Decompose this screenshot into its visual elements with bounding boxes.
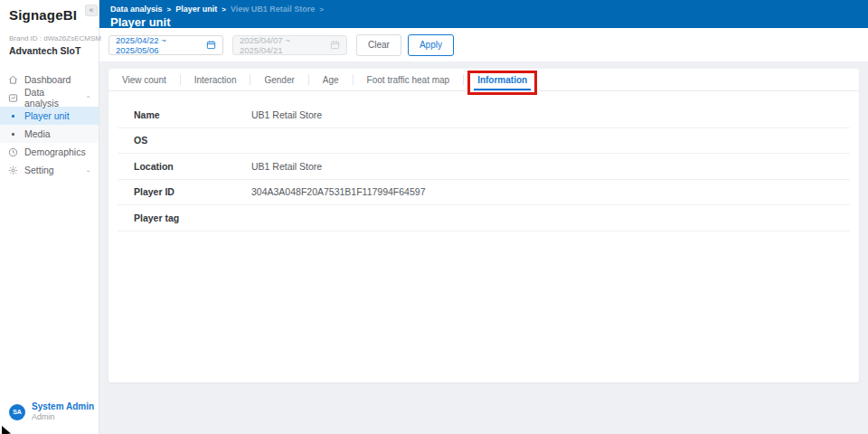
field-row-location: Location UB1 Retail Store bbox=[118, 154, 850, 180]
date-range-value: 2025/04/22 ~ 2025/05/06 bbox=[116, 35, 206, 55]
sidebar-item-data-analysis[interactable]: Data analysis ⌃ bbox=[0, 89, 99, 107]
tab-view-count[interactable]: View count bbox=[108, 69, 180, 90]
breadcrumb-player-unit[interactable]: Player unit bbox=[175, 5, 217, 14]
apply-button[interactable]: Apply bbox=[408, 34, 454, 56]
field-value: UB1 Retail Store bbox=[251, 161, 322, 172]
sidebar-item-dashboard[interactable]: Dashboard bbox=[0, 71, 99, 89]
user-name: System Admin bbox=[32, 401, 94, 412]
field-row-os: OS bbox=[118, 128, 850, 155]
gear-icon bbox=[7, 165, 18, 175]
sidebar-collapse-button[interactable]: « bbox=[85, 5, 98, 16]
sidebar-item-setting[interactable]: Setting ⌄ bbox=[0, 161, 99, 179]
sidebar-item-label: Data analysis bbox=[24, 87, 79, 108]
clock-icon bbox=[7, 146, 18, 157]
content-area: View count Interaction Gender Age Foot t… bbox=[99, 61, 868, 434]
field-label: Name bbox=[118, 109, 251, 120]
logo-row: SignageBI « bbox=[0, 0, 99, 23]
sidebar-item-media[interactable]: Media bbox=[0, 125, 99, 143]
breadcrumb-view-store[interactable]: View UB1 Retail Store bbox=[231, 5, 315, 14]
chevron-down-icon[interactable]: ⌄ bbox=[85, 166, 91, 173]
field-label: Player ID bbox=[118, 186, 251, 197]
sidebar: SignageBI « Brand ID : dWa26ZsECMSM Adva… bbox=[0, 0, 99, 434]
sidebar-item-label: Demographics bbox=[24, 146, 86, 157]
breadcrumb-data-analysis[interactable]: Data analysis bbox=[110, 5, 163, 14]
tab-foot-traffic-heat-map[interactable]: Foot traffic heat map bbox=[354, 69, 464, 90]
page-header: Data analysis > Player unit > View UB1 R… bbox=[99, 0, 868, 28]
user-role: Admin bbox=[32, 412, 94, 422]
sidebar-item-demographics[interactable]: Demographics bbox=[0, 143, 99, 161]
tab-bar: View count Interaction Gender Age Foot t… bbox=[108, 69, 859, 91]
breadcrumb-separator: > bbox=[167, 5, 172, 14]
date-range-picker-compare[interactable]: 2025/04/07 ~ 2025/04/21 bbox=[232, 35, 347, 55]
clear-button[interactable]: Clear bbox=[356, 34, 401, 56]
field-value: UB1 Retail Store bbox=[251, 109, 322, 120]
user-text: System Admin Admin bbox=[32, 401, 94, 422]
avatar: SA bbox=[9, 404, 25, 420]
chart-icon bbox=[7, 92, 18, 103]
brand-name: Advantech SIoT bbox=[9, 45, 90, 56]
breadcrumb-separator: > bbox=[319, 5, 324, 14]
field-row-player-tag: Player tag bbox=[118, 205, 850, 231]
user-profile[interactable]: SA System Admin Admin bbox=[9, 401, 94, 422]
sidebar-item-label: Dashboard bbox=[24, 74, 71, 85]
brand-block: Brand ID : dWa26ZsECMSM Advantech SIoT bbox=[0, 34, 99, 56]
mouse-cursor bbox=[2, 426, 13, 434]
calendar-icon bbox=[206, 40, 216, 50]
brand-id: Brand ID : dWa26ZsECMSM bbox=[9, 34, 90, 42]
field-row-player-id: Player ID 304A3A048F20A7531B1F117994F645… bbox=[118, 180, 850, 206]
date-range-picker-primary[interactable]: 2025/04/22 ~ 2025/05/06 bbox=[108, 35, 223, 55]
breadcrumb: Data analysis > Player unit > View UB1 R… bbox=[110, 5, 857, 14]
field-row-name: Name UB1 Retail Store bbox=[118, 102, 850, 128]
page-title: Player unit bbox=[110, 15, 857, 29]
sidebar-item-label: Player unit bbox=[24, 110, 70, 121]
chevron-up-icon[interactable]: ⌃ bbox=[85, 94, 91, 100]
tab-gender[interactable]: Gender bbox=[250, 69, 307, 90]
main-area: Data analysis > Player unit > View UB1 R… bbox=[99, 0, 868, 434]
field-label: Player tag bbox=[118, 212, 251, 223]
tab-information[interactable]: Information bbox=[464, 69, 541, 90]
app-logo: SignageBI bbox=[9, 7, 90, 23]
sidebar-item-label: Setting bbox=[24, 165, 54, 175]
tab-label: Information bbox=[477, 75, 527, 85]
filter-bar: 2025/04/22 ~ 2025/05/06 2025/04/07 ~ 202… bbox=[99, 28, 868, 61]
field-label: Location bbox=[118, 161, 251, 172]
info-card: View count Interaction Gender Age Foot t… bbox=[108, 69, 859, 382]
tab-age[interactable]: Age bbox=[309, 69, 353, 90]
information-fields: Name UB1 Retail Store OS Location UB1 Re… bbox=[118, 102, 850, 231]
sidebar-item-label: Media bbox=[24, 128, 51, 139]
field-value: 304A3A048F20A7531B1F117994F64597 bbox=[251, 186, 425, 197]
home-icon bbox=[7, 74, 18, 85]
sidebar-item-player-unit[interactable]: Player unit bbox=[0, 107, 99, 125]
sidebar-nav: Dashboard Data analysis ⌃ Player unit Me… bbox=[0, 71, 99, 179]
field-label: OS bbox=[118, 135, 251, 146]
tab-interaction[interactable]: Interaction bbox=[181, 69, 250, 90]
date-range-value: 2025/04/07 ~ 2025/04/21 bbox=[240, 35, 330, 55]
breadcrumb-separator: > bbox=[222, 5, 226, 14]
calendar-icon bbox=[330, 40, 340, 50]
bullet-icon bbox=[7, 128, 18, 139]
bullet-icon bbox=[7, 110, 18, 121]
